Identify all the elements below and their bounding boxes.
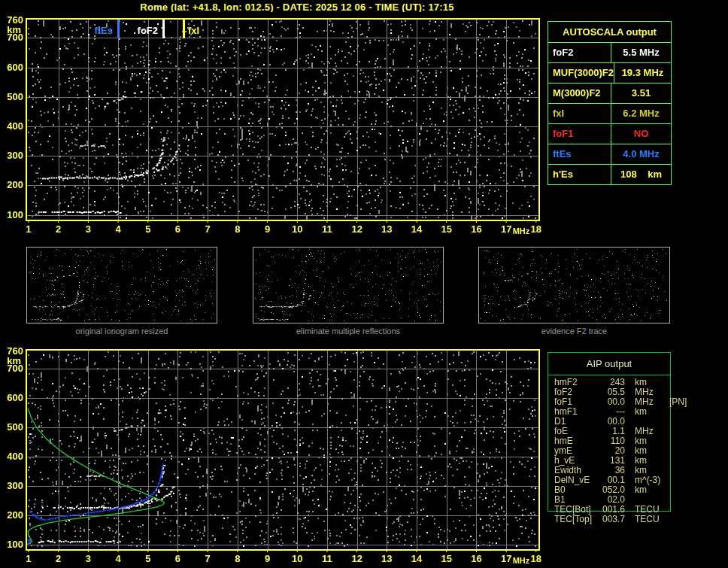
param-label: foF1 — [548, 124, 611, 144]
param-label: h'Es — [548, 165, 611, 184]
autoscala-row-foF2: foF2 5.5 MHz — [548, 42, 671, 62]
param-value: 19.3 MHz — [614, 63, 671, 83]
aip-cell-e — [665, 515, 669, 524]
param-label: ftEs — [548, 144, 611, 164]
thumb-original-ionogram — [26, 247, 217, 323]
main-ionogram — [0, 12, 557, 235]
aip-cell-e — [665, 378, 669, 387]
aip-rows: hmF2243kmfoF205.5MHzfoF100.0MHz[PN]hmF1-… — [548, 378, 675, 524]
aip-cell-e — [665, 505, 669, 515]
param-label: M(3000)F2 — [548, 84, 611, 103]
param-value: 108 km — [611, 165, 671, 184]
thumb-caption-filtered: eliminate multiple reflections — [253, 327, 444, 337]
aip-cell-e — [665, 407, 669, 417]
aip-cell-e — [665, 446, 669, 456]
aip-title: AIP output — [548, 353, 670, 375]
autoscala-app: { "header": { "title": "Rome (lat: +41.8… — [0, 0, 728, 568]
aip-cell-v: 003.7 — [598, 515, 625, 524]
param-label: MUF(3000)F2 — [548, 63, 614, 83]
thumb-caption-f2: evidence F2 trace — [478, 327, 670, 337]
autoscala-row-fxI: fxI 6.2 MHz — [548, 103, 671, 123]
inverted-ionogram — [0, 343, 557, 567]
aip-cell-e — [665, 485, 669, 495]
aip-cell-e — [665, 436, 669, 446]
param-value: 6.2 MHz — [611, 104, 671, 123]
aip-cell-e — [665, 456, 669, 466]
aip-cell-u: km — [625, 485, 665, 495]
autoscala-title: AUTOSCALA output — [548, 22, 671, 42]
autoscala-row-MUF: MUF(3000)F2 19.3 MHz — [548, 62, 671, 83]
aip-cell-e: [PN] — [665, 397, 687, 407]
thumb-caption-original: original ionogram resized — [26, 327, 217, 337]
thumb-f2-trace — [478, 247, 670, 323]
param-label: fxI — [548, 104, 611, 123]
autoscala-row-hEs: h'Es 108 km — [548, 164, 671, 184]
thumb-filtered-ionogram — [253, 247, 444, 323]
aip-cell-e — [665, 475, 669, 485]
station-title: Rome (lat: +41.8, lon: 012.5) - DATE: 20… — [0, 2, 594, 13]
aip-cell-e — [665, 427, 669, 436]
aip-cell-u: TECU — [625, 515, 665, 524]
param-value: 5.5 MHz — [611, 43, 671, 62]
aip-row: TEC[Top]003.7TECU — [548, 515, 675, 524]
param-value: 3.51 — [611, 84, 671, 103]
autoscala-row-foF1: foF1 NO — [548, 123, 671, 144]
param-value: NO — [611, 124, 671, 144]
aip-cell-e — [665, 495, 669, 505]
aip-cell-e — [665, 417, 669, 427]
autoscala-row-ftEs: ftEs 4.0 MHz — [548, 144, 671, 164]
param-label: foF2 — [548, 43, 611, 62]
aip-cell-u: km — [625, 407, 665, 417]
aip-cell-e — [665, 466, 669, 475]
autoscala-row-M3000: M(3000)F2 3.51 — [548, 83, 671, 103]
param-value: 4.0 MHz — [611, 144, 671, 164]
aip-cell-n: TEC[Top] — [548, 515, 598, 524]
autoscala-table: AUTOSCALA output foF2 5.5 MHz MUF(3000)F… — [548, 21, 672, 185]
